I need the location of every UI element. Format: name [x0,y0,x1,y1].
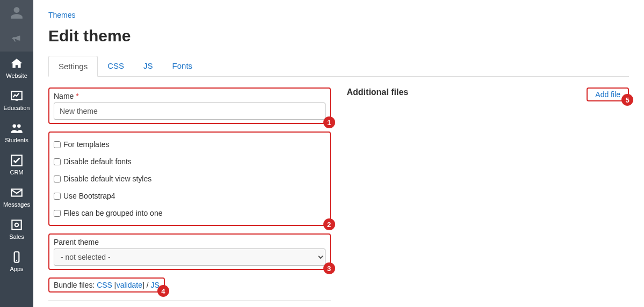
breadcrumb[interactable]: Themes [48,11,629,19]
cb-disable-styles[interactable] [54,176,61,182]
cb-label: Use Bootstrap4 [63,192,115,200]
name-input[interactable] [54,103,325,120]
cb-group-files[interactable] [54,210,61,217]
bundle-label: Bundle files: [54,281,95,289]
cb-label: Disable default fonts [63,157,132,166]
svg-point-6 [15,223,19,227]
sidebar-label: Messages [3,201,30,208]
sidebar-item-crm[interactable]: CRM [0,148,33,180]
check-icon [9,153,24,168]
page-title: Edit theme [48,27,629,45]
tab-js[interactable]: JS [134,56,163,76]
svg-point-2 [17,124,21,128]
cb-templates[interactable] [54,141,61,148]
additional-files-title: Additional files [347,87,409,97]
divider [48,300,331,301]
sidebar-item-students[interactable]: Students [0,116,33,148]
name-section: Name * 1 [48,87,331,124]
parent-label: Parent theme [54,238,325,246]
checkbox-section: For templates Disable default fonts Disa… [48,131,331,226]
parent-theme-section: Parent theme - not selected - 3 [48,233,331,270]
sidebar-item-website[interactable]: Website [0,52,33,84]
user-icon [9,5,24,20]
badge-5: 5 [621,94,633,106]
tab-css[interactable]: CSS [98,56,134,76]
sidebar-label: Education [4,105,30,111]
tabs: Settings CSS JS Fonts [48,56,629,77]
bundle-css-link[interactable]: CSS [97,281,112,289]
safe-icon [9,217,24,232]
required-mark: * [76,92,78,100]
sidebar-label: Sales [9,233,24,240]
mail-icon [9,185,24,200]
badge-1: 1 [323,116,335,128]
badge-4: 4 [157,285,169,297]
sidebar-label: Website [6,72,27,79]
parent-theme-select[interactable]: - not selected - [54,248,325,266]
bundle-validate-link[interactable]: validate [117,281,142,289]
sidebar-item-sales[interactable]: Sales [0,213,33,245]
sidebar-item-user[interactable] [0,0,33,26]
students-icon [9,121,24,136]
tab-settings[interactable]: Settings [48,56,98,77]
name-label: Name * [54,92,325,100]
sidebar: Website Education Students CRM Messages … [0,0,33,307]
sidebar-item-messages[interactable]: Messages [0,180,33,213]
bundle-section: Bundle files: CSS [validate] / JS 4 [48,277,165,293]
cb-label: For templates [63,140,110,149]
sidebar-item-education[interactable]: Education [0,84,33,116]
cb-label: Disable default view styles [63,174,151,183]
chart-icon [9,89,24,104]
sidebar-item-announce[interactable] [0,26,33,52]
cb-disable-fonts[interactable] [54,158,61,165]
add-file-link[interactable]: Add file [595,90,620,99]
cb-label: Files can be grouped into one [63,209,162,217]
main-content: Themes Edit theme Settings CSS JS Fonts … [33,0,644,307]
svg-point-8 [16,260,17,261]
sidebar-label: CRM [10,169,23,176]
svg-point-1 [12,124,16,128]
phone-icon [9,250,24,265]
cb-bootstrap4[interactable] [54,193,61,200]
badge-3: 3 [323,262,335,274]
svg-rect-5 [12,220,21,229]
add-file-section: Add file 5 [587,87,629,101]
sidebar-item-apps[interactable]: Apps [0,245,33,277]
tab-fonts[interactable]: Fonts [163,56,202,76]
megaphone-icon [9,31,24,46]
home-icon [9,56,24,71]
badge-2: 2 [323,218,335,230]
sidebar-label: Apps [10,266,23,272]
sidebar-label: Students [5,137,28,143]
